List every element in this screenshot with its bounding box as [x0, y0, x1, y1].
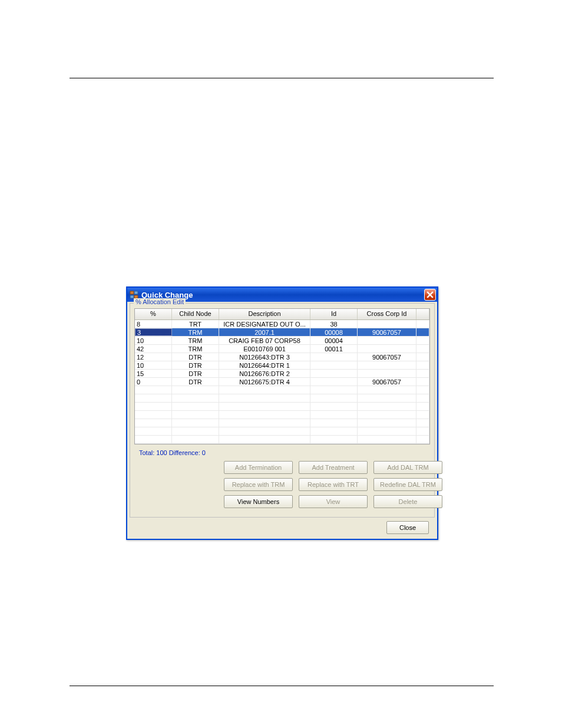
table-row-empty[interactable] — [135, 419, 429, 427]
grid-cell[interactable] — [416, 386, 429, 394]
grid-cell[interactable]: N0126676:DTR 2 — [219, 370, 310, 377]
grid-cell[interactable]: 0 — [135, 378, 172, 386]
grid-cell[interactable]: N0126643:DTR 3 — [219, 353, 310, 361]
grid-cell[interactable] — [416, 320, 429, 328]
grid-cell[interactable] — [358, 419, 416, 427]
grid-cell[interactable] — [310, 394, 358, 402]
grid-cell[interactable] — [358, 320, 416, 328]
grid-cell[interactable] — [172, 436, 219, 443]
grid-cell[interactable] — [219, 394, 310, 402]
grid-cell[interactable] — [416, 337, 429, 344]
grid-cell[interactable] — [416, 328, 429, 336]
grid-cell[interactable] — [358, 403, 416, 410]
grid-cell[interactable] — [219, 427, 310, 435]
col-header-child-node[interactable]: Child Node — [172, 309, 219, 319]
grid-cell[interactable]: DTR — [172, 378, 219, 386]
table-row[interactable]: 10TRMCRAIG FEB 07 CORP5800004 — [135, 337, 429, 345]
grid-cell[interactable] — [416, 436, 429, 443]
table-row[interactable]: 0DTRN0126675:DTR 490067057 — [135, 378, 429, 386]
replace-with-trm-button[interactable]: Replace with TRM — [224, 478, 293, 491]
grid-cell[interactable] — [310, 361, 358, 369]
grid-cell[interactable]: CRAIG FEB 07 CORP58 — [219, 337, 310, 344]
grid-cell[interactable]: 3 — [135, 328, 172, 336]
grid-cell[interactable] — [172, 386, 219, 394]
grid-cell[interactable] — [219, 436, 310, 443]
grid-cell[interactable]: ICR DESIGNATED OUT O... — [219, 320, 310, 328]
grid-cell[interactable] — [135, 403, 172, 410]
add-treatment-button[interactable]: Add Treatment — [299, 461, 368, 474]
view-button[interactable]: View — [299, 495, 368, 508]
grid-cell[interactable]: DTR — [172, 353, 219, 361]
allocation-grid[interactable]: % Child Node Description Id Cross Corp I… — [134, 308, 430, 444]
grid-cell[interactable]: N0126644:DTR 1 — [219, 361, 310, 369]
grid-cell[interactable] — [219, 411, 310, 419]
table-row-empty[interactable] — [135, 411, 429, 419]
replace-with-trt-button[interactable]: Replace with TRT — [299, 478, 368, 491]
table-row[interactable]: 3TRM2007.10000890067057 — [135, 328, 429, 337]
grid-cell[interactable]: 00011 — [310, 345, 358, 353]
close-button[interactable]: Close — [386, 521, 429, 534]
grid-cell[interactable] — [358, 427, 416, 435]
grid-cell[interactable] — [172, 427, 219, 435]
grid-cell[interactable]: E0010769 001 — [219, 345, 310, 353]
grid-cell[interactable] — [310, 403, 358, 410]
grid-cell[interactable] — [310, 378, 358, 386]
grid-cell[interactable]: TRM — [172, 345, 219, 353]
grid-cell[interactable] — [358, 337, 416, 344]
grid-cell[interactable]: 2007.1 — [219, 328, 310, 336]
grid-cell[interactable]: N0126675:DTR 4 — [219, 378, 310, 386]
table-row-empty[interactable] — [135, 403, 429, 411]
grid-cell[interactable] — [416, 419, 429, 427]
grid-cell[interactable] — [310, 419, 358, 427]
grid-cell[interactable] — [416, 378, 429, 386]
table-row-empty[interactable] — [135, 394, 429, 403]
grid-cell[interactable]: 00004 — [310, 337, 358, 344]
grid-cell[interactable]: TRM — [172, 328, 219, 336]
table-row-empty[interactable] — [135, 386, 429, 394]
grid-cell[interactable]: 8 — [135, 320, 172, 328]
grid-cell[interactable] — [310, 411, 358, 419]
grid-cell[interactable] — [135, 436, 172, 443]
grid-cell[interactable]: DTR — [172, 370, 219, 377]
grid-cell[interactable] — [172, 403, 219, 410]
grid-cell[interactable] — [310, 427, 358, 435]
grid-cell[interactable]: 10 — [135, 361, 172, 369]
grid-cell[interactable]: 90067057 — [358, 353, 416, 361]
table-row-empty[interactable] — [135, 427, 429, 436]
grid-cell[interactable] — [358, 361, 416, 369]
col-header-cross-corp[interactable]: Cross Corp Id — [358, 309, 416, 319]
grid-cell[interactable] — [416, 394, 429, 402]
grid-cell[interactable] — [219, 419, 310, 427]
grid-cell[interactable]: DTR — [172, 361, 219, 369]
grid-cell[interactable]: 15 — [135, 370, 172, 377]
grid-cell[interactable] — [358, 394, 416, 402]
grid-cell[interactable] — [172, 411, 219, 419]
grid-cell[interactable] — [135, 411, 172, 419]
view-numbers-button[interactable]: View Numbers — [224, 495, 293, 508]
grid-cell[interactable] — [310, 370, 358, 377]
grid-cell[interactable] — [310, 386, 358, 394]
grid-cell[interactable] — [172, 394, 219, 402]
table-row[interactable]: 12DTRN0126643:DTR 390067057 — [135, 353, 429, 361]
grid-cell[interactable] — [416, 361, 429, 369]
grid-cell[interactable] — [416, 411, 429, 419]
grid-cell[interactable] — [358, 345, 416, 353]
table-row-empty[interactable] — [135, 436, 429, 444]
grid-cell[interactable]: 90067057 — [358, 328, 416, 336]
grid-cell[interactable] — [135, 394, 172, 402]
grid-cell[interactable] — [135, 386, 172, 394]
grid-cell[interactable] — [219, 386, 310, 394]
add-termination-button[interactable]: Add Termination — [224, 461, 293, 474]
grid-cell[interactable]: 42 — [135, 345, 172, 353]
grid-cell[interactable] — [416, 427, 429, 435]
grid-cell[interactable]: 90067057 — [358, 378, 416, 386]
grid-cell[interactable] — [219, 403, 310, 410]
grid-cell[interactable] — [416, 370, 429, 377]
grid-cell[interactable] — [358, 370, 416, 377]
grid-cell[interactable]: 38 — [310, 320, 358, 328]
grid-cell[interactable] — [172, 419, 219, 427]
delete-button[interactable]: Delete — [373, 495, 442, 508]
col-header-description[interactable]: Description — [219, 309, 310, 319]
grid-cell[interactable] — [358, 386, 416, 394]
close-icon[interactable] — [424, 289, 436, 301]
